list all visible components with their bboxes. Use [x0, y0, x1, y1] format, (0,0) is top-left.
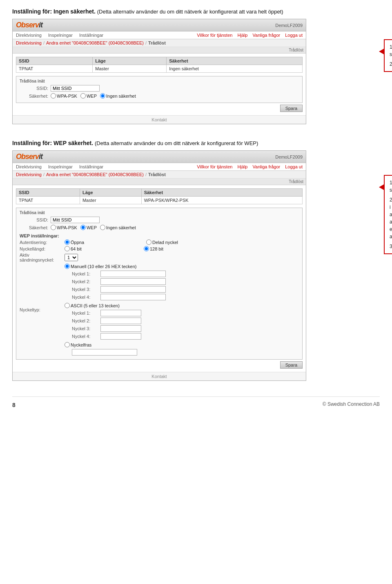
radio-wep-input-1[interactable]	[80, 93, 86, 98]
nav-inspelningar-2[interactable]: Inspelningar	[48, 164, 73, 169]
radio-wpapsk-input-2[interactable]	[51, 225, 56, 230]
nyckellangd-row: Nyckellängd: 64 bit 128 b	[20, 246, 299, 251]
radio-nyckelfras[interactable]: Nyckelfras	[65, 342, 166, 347]
col-ssid-2: SSID	[16, 189, 80, 197]
subpanel-1: Trådlösa inät SSID: Säkerhet: WPA-PSK	[16, 76, 303, 103]
spara-button-1[interactable]: Spara	[280, 105, 303, 112]
radio-ingen-input-1[interactable]	[100, 93, 105, 98]
radio-wpapsk-2[interactable]: WPA-PSK	[51, 225, 77, 230]
nav-direktvisning-1[interactable]: Direktvisning	[16, 33, 42, 38]
nav-hjalp-2[interactable]: Hjälp	[237, 164, 247, 169]
ssid-label-1: SSID:	[20, 86, 48, 91]
ascii-nyckel3-input[interactable]	[100, 325, 141, 332]
radio-wpapsk-1[interactable]: WPA-PSK	[51, 93, 77, 98]
breadcrumb-link-3[interactable]: Direktvisning	[16, 172, 42, 177]
clearfix-2: Spara	[16, 360, 303, 369]
breadcrumb-link-4[interactable]: Andra enhet "00408C908BEE" (00408C908BEE…	[46, 172, 144, 177]
radio-delad[interactable]: Delad nyckel	[146, 239, 178, 245]
ssid-input-1[interactable]	[51, 85, 100, 92]
breadcrumb-link-1[interactable]: Direktvisning	[16, 40, 42, 45]
ascii-nyckel3-row: Nyckel 3:	[72, 325, 166, 332]
wep-settings-panel: WEP inställningar: Autentisering: Öppna	[20, 233, 299, 356]
radio-oppna-input[interactable]	[65, 239, 70, 245]
radio-64bit-input[interactable]	[65, 246, 70, 251]
nav-hjalp-1[interactable]: Hjälp	[237, 33, 247, 38]
radio-ascii-input[interactable]	[65, 303, 70, 308]
nav-villkor-1[interactable]: Villkor för tjänsten	[197, 33, 232, 38]
ascii-nyckel2-input[interactable]	[100, 318, 141, 324]
nav-installningar-2[interactable]: Inställningar	[79, 164, 103, 169]
nav-installningar-1[interactable]: Inställningar	[79, 33, 103, 38]
obs-content-2: SSID Läge Säkerhet TPNAT Master WPA-PSK/…	[13, 185, 306, 372]
nyckel4-row: Nyckel 4:	[72, 294, 166, 300]
ascii-nyckel4-label: Nyckel 4:	[72, 334, 100, 339]
col-sakerhet-1: Säkerhet	[167, 57, 303, 65]
nyckel1-row: Nyckel 1:	[72, 271, 166, 277]
obs-nav-1[interactable]: Direktvisning Inspelningar Inställningar…	[13, 31, 306, 39]
nyckel2-label: Nyckel 2:	[72, 279, 100, 284]
callout-2: 1. Ange namnet för önskat nätverk (SSID)…	[384, 175, 392, 254]
nyckelfras-input[interactable]	[72, 349, 137, 356]
radio-wep-2[interactable]: WEP	[80, 225, 97, 230]
cell-ssid-1: TPNAT	[16, 65, 93, 73]
obs-header-2: Observit DemoLF2009	[13, 151, 306, 163]
nyckel3-input[interactable]	[100, 286, 166, 293]
nav-direktvisning-2[interactable]: Direktvisning	[16, 164, 42, 169]
radio-oppna[interactable]: Öppna	[65, 239, 84, 245]
breadcrumb-1: Direktvisning / Andra enhet "00408C908BE…	[13, 39, 306, 47]
radio-group-1: WPA-PSK WEP Ingen säkerhet	[51, 93, 136, 98]
ascii-nyckel4-input[interactable]	[100, 333, 141, 340]
radio-64bit[interactable]: 64 bit	[65, 246, 82, 251]
cell-lage-2: Master	[80, 197, 141, 204]
radio-ingen-input-2[interactable]	[100, 225, 105, 230]
radio-wpapsk-input-1[interactable]	[51, 93, 56, 98]
nav-right-2: Villkor för tjänsten Hjälp Vanliga frågo…	[197, 164, 303, 169]
nyckel1-input[interactable]	[100, 271, 166, 277]
radio-128bit-input[interactable]	[144, 246, 149, 251]
radio-128bit[interactable]: 128 bit	[144, 246, 163, 251]
radio-ingen-2[interactable]: Ingen säkerhet	[100, 225, 136, 230]
radio-manuell[interactable]: Manuell (10 eller 26 HEX tecken)	[65, 264, 166, 269]
nav-inspelningar-1[interactable]: Inspelningar	[48, 33, 73, 38]
sakerhet-row-1: Säkerhet: WPA-PSK WEP	[20, 93, 299, 98]
radio-manuell-input[interactable]	[65, 264, 70, 269]
nyckel4-input[interactable]	[100, 294, 166, 300]
user-info-2: DemoLF2009	[275, 154, 303, 159]
aktiv-select[interactable]: 1 2 3 4	[65, 254, 78, 261]
section1-intro: (Detta alternativ använder du om ditt nä…	[97, 9, 283, 15]
radio-ascii[interactable]: ASCII (5 eller 13 tecken)	[65, 303, 166, 308]
col-ssid-1: SSID	[16, 57, 93, 65]
col-sakerhet-2: Säkerhet	[141, 189, 302, 197]
nav-villkor-2[interactable]: Villkor för tjänsten	[197, 164, 232, 169]
breadcrumb-current-1: Trådlöst	[148, 40, 166, 45]
spara-button-2[interactable]: Spara	[280, 361, 303, 369]
nav-logga-1[interactable]: Logga ut	[285, 33, 303, 38]
radio-wep-1[interactable]: WEP	[80, 93, 97, 98]
radio-ingen-1[interactable]: Ingen säkerhet	[100, 93, 136, 98]
radio-nyckelfras-input[interactable]	[65, 342, 70, 347]
nav-logga-2[interactable]: Logga ut	[285, 164, 303, 169]
ascii-nyckel1-input[interactable]	[100, 310, 141, 316]
nyckelfras-input-group	[72, 349, 166, 356]
nyckel1-label: Nyckel 1:	[72, 271, 100, 276]
nav-vanliga-1[interactable]: Vanliga frågor	[253, 33, 281, 38]
section2-intro: (Detta alternativ använder du om ditt nä…	[95, 140, 258, 146]
manuell-keys-group: Nyckel 1: Nyckel 2: Nyckel	[72, 271, 166, 300]
network-table-2: SSID Läge Säkerhet TPNAT Master WPA-PSK/…	[16, 188, 303, 204]
section1-heading-text: Inställning för: Ingen säkerhet.	[12, 8, 96, 15]
section1-heading: Inställning för: Ingen säkerhet. (Detta …	[12, 8, 380, 15]
ssid-input-2[interactable]	[51, 217, 100, 223]
radio-wep-input-2[interactable]	[80, 225, 86, 230]
radio-delad-input[interactable]	[146, 239, 151, 245]
subpanel-title-1: Trådlösa inät	[20, 79, 299, 83]
obs-nav-2[interactable]: Direktvisning Inspelningar Inställningar…	[13, 163, 306, 171]
breadcrumb-link-2[interactable]: Andra enhet "00408C908BEE" (00408C908BEE…	[46, 40, 144, 45]
sep-1: /	[43, 40, 45, 45]
section2-heading-text: Inställning för: WEP säkerhet.	[12, 140, 93, 146]
nyckeltyp-label: Nyckeltyp:	[20, 307, 65, 312]
callout-step2-1: 2. Klicka på Spara för att spara inställ…	[390, 60, 392, 68]
nav-vanliga-2[interactable]: Vanliga frågor	[253, 164, 281, 169]
aktiv-row: Aktiv sändningsnyckel: 1 2 3 4	[20, 253, 299, 262]
screenshot2-container: Observit DemoLF2009 Direktvisning Inspel…	[12, 150, 380, 384]
nyckel2-input[interactable]	[100, 278, 166, 285]
